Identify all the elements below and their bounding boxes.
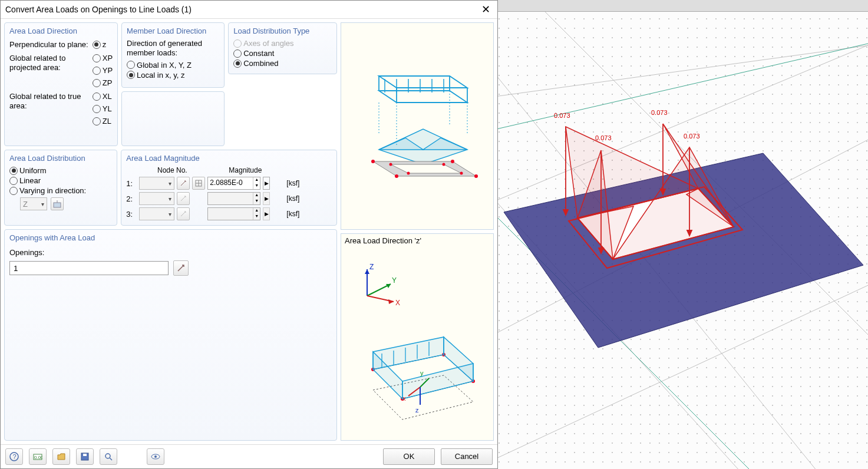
ald-label-perp: Perpendicular to plane: [9,39,89,49]
preview-column: Area Load Direction 'z' Z Y X [341,22,494,441]
open-button[interactable] [52,448,70,465]
grid-icon [195,180,202,187]
mag-row-idx: 2: [126,194,137,203]
radio-icon [93,54,101,62]
search-icon [104,452,113,461]
svg-text:X: X [395,299,400,307]
mag-input-1[interactable]: 2.0885E-0 ▲▼ [207,177,260,190]
svg-text:?: ? [13,453,16,460]
node-combo-3: ▾ [139,207,174,220]
radio-z[interactable]: z [93,40,113,49]
svg-text:0.00: 0.00 [34,455,42,460]
svg-point-20 [390,163,392,166]
mag-row-idx: 3: [126,210,137,219]
radio-constant[interactable]: Constant [233,49,332,58]
cancel-button[interactable]: Cancel [441,448,493,465]
svg-text:Z: Z [369,263,374,271]
radio-icon [93,117,101,125]
pick-extra-1[interactable] [192,177,205,190]
group-title: Openings with Area Load [9,233,332,242]
ml-label: Direction of generated member loads: [127,39,219,58]
axis-icon-button [51,197,64,210]
help-button[interactable]: ? [5,448,23,465]
empty-group [121,91,225,146]
radio-yp[interactable]: YP [93,66,113,75]
node-combo-2: ▾ [139,192,174,205]
save-icon [80,452,90,461]
footer-left: ? 0.00 [5,448,164,465]
radio-yl[interactable]: YL [93,104,113,113]
spinner-updown[interactable]: ▲▼ [253,177,260,189]
pick-node-1[interactable] [177,177,190,190]
svg-rect-0 [54,203,61,207]
radio-icon [93,105,101,113]
ald-label-proj: Global related to projected area: [9,52,89,73]
group-area-load-distribution: Area Load Distribution Uniform Linear Va… [4,150,117,226]
spinner-side-3: ▶ [263,207,270,220]
eye-button[interactable] [147,448,164,465]
svg-point-17 [451,160,454,163]
picker-icon [177,264,185,272]
radio-varying[interactable]: Varying in direction: [9,186,112,195]
ald-radios-proj: XP YP ZP [93,52,113,88]
group-load-distribution-type: Load Distribution Type Axes of angles Co… [228,22,337,74]
radio-icon [9,187,18,195]
close-icon[interactable]: ✕ [478,3,493,16]
svg-point-21 [443,163,445,166]
svg-point-51 [105,454,110,458]
picker-icon [180,210,187,217]
find-button[interactable] [100,448,117,465]
svg-point-22 [460,172,463,175]
radio-zp[interactable]: ZP [93,78,113,87]
openings-input[interactable] [9,261,169,275]
radio-icon [9,177,18,185]
radio-combined[interactable]: Combined [233,59,332,68]
pick-node-2 [177,192,190,205]
radio-local-xyz[interactable]: Local in x, y, z [127,71,219,80]
svg-text:x: x [402,395,406,402]
radio-global-xyz[interactable]: Global in X, Y, Z [127,61,219,70]
viewport-svg [498,12,868,469]
radio-icon [233,49,242,58]
load-value-1: 0.073 [554,112,570,119]
svg-point-23 [407,172,410,175]
radio-uniform[interactable]: Uniform [9,166,112,175]
radio-zl[interactable]: ZL [93,117,113,125]
load-value-4: 0.073 [684,133,700,140]
group-area-load-direction: Area Load Direction Perpendicular to pla… [4,22,118,146]
units-button[interactable]: 0.00 [29,448,47,465]
viewport[interactable]: 0.073 0.073 0.073 0.073 [498,0,868,469]
group-area-load-magnitude: Area Load Magnitude Node No. Magnitude 1… [121,150,337,226]
radio-icon [127,61,135,69]
mag-input-3: ▲▼ [207,207,260,220]
openings-row [9,260,332,276]
radio-linear[interactable]: Linear [9,176,112,185]
radio-xl[interactable]: XL [93,92,113,101]
mag-row-idx: 1: [126,179,137,188]
dialog: Convert Area Loads on Openings to Line L… [0,0,498,469]
footer: ? 0.00 OK Cancel [1,444,497,468]
node-combo-1[interactable]: ▾ [139,177,174,190]
hdr-node: Node No. [139,166,205,174]
eye-icon [151,454,160,460]
pick-openings-button[interactable] [173,260,189,276]
preview-direction-title: Area Load Direction 'z' [345,236,421,245]
pick-icon [53,200,61,208]
group-member-load-direction: Member Load Direction Direction of gener… [121,22,225,88]
hdr-mag: Magnitude [207,166,283,174]
svg-rect-50 [83,454,87,456]
save-button[interactable] [76,448,94,465]
varying-sub: Z▾ [20,197,112,210]
radio-xp[interactable]: XP [93,54,113,62]
spinner-side-1[interactable]: ▶ [263,177,270,190]
group-title: Member Load Direction [127,27,219,35]
ok-button[interactable]: OK [383,448,435,465]
mag-input-2: ▲▼ [207,192,260,205]
openings-label: Openings: [9,248,332,257]
preview-distribution [341,22,494,230]
group-title: Load Distribution Type [233,27,332,35]
viewport-toolbar [498,0,868,12]
spinner-updown: ▲▼ [253,208,260,220]
units-icon: 0.00 [33,452,42,461]
svg-point-19 [395,174,398,178]
